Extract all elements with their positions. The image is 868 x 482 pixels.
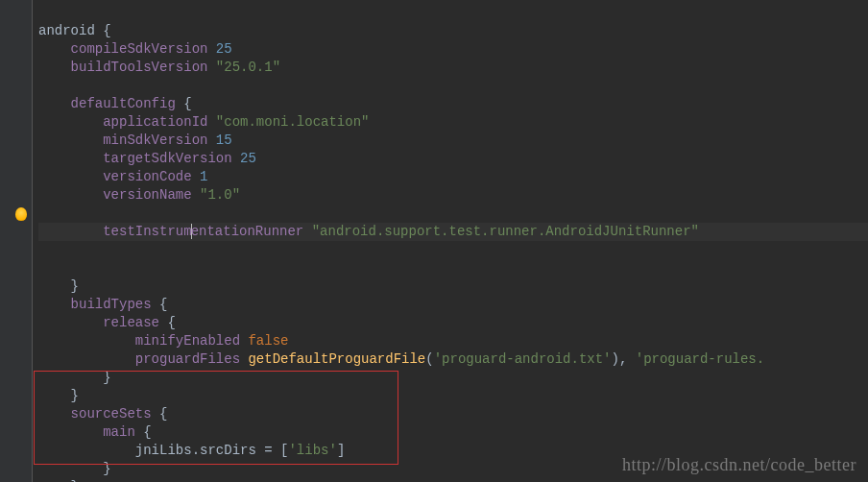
code-line: compileSdkVersion 25 xyxy=(38,41,232,57)
code-line: versionCode 1 xyxy=(38,169,207,184)
code-editor[interactable]: android { compileSdkVersion 25 buildTool… xyxy=(19,0,868,482)
code-line: } xyxy=(38,370,111,385)
lightbulb-icon[interactable] xyxy=(15,207,27,221)
code-line: } xyxy=(38,388,79,403)
code-line: applicationId "com.moni.location" xyxy=(38,114,369,130)
editor-gutter xyxy=(0,0,33,482)
code-line: } xyxy=(38,278,79,294)
code-line: jniLibs.srcDirs = ['libs'] xyxy=(38,443,345,458)
code-line: buildTypes { xyxy=(38,297,167,312)
code-line: buildToolsVersion "25.0.1" xyxy=(38,60,280,75)
code-line: sourceSets { xyxy=(38,406,167,422)
code-line: minifyEnabled false xyxy=(38,333,288,349)
code-line: release { xyxy=(38,315,176,330)
watermark-text: http://blog.csdn.net/code_better xyxy=(622,456,856,474)
code-line: minSdkVersion 15 xyxy=(38,133,232,148)
code-line: proguardFiles getDefaultProguardFile('pr… xyxy=(38,351,764,367)
code-line: } xyxy=(38,461,111,476)
code-line-active: testInstrumentationRunner "android.suppo… xyxy=(38,223,868,241)
code-line: android { xyxy=(38,23,111,38)
code-line: main { xyxy=(38,424,152,440)
code-line: versionName "1.0" xyxy=(38,187,240,203)
code-line: targetSdkVersion 25 xyxy=(38,151,256,166)
code-line: defaultConfig { xyxy=(38,96,192,111)
